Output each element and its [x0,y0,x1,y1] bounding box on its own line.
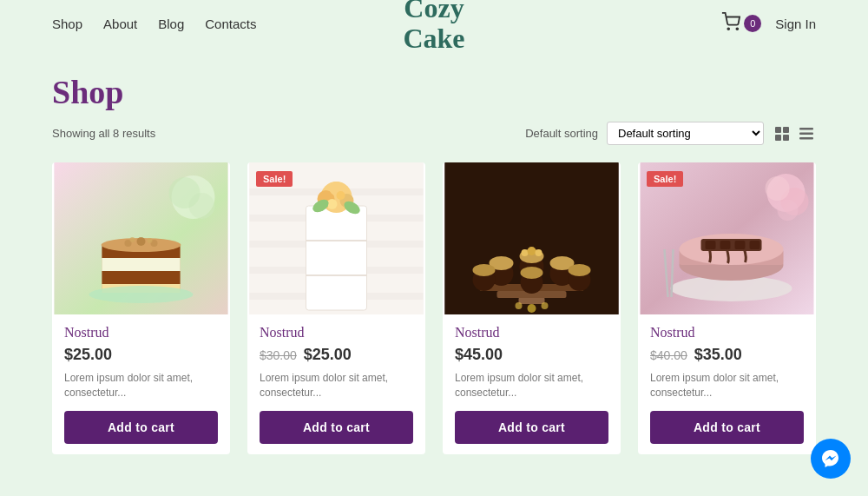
product-info: Nostrud $45.00 Lorem ipsum dolor sit ame… [443,314,621,454]
svg-rect-14 [102,271,181,284]
product-desc: Lorem ipsum dolor sit amet, consectetur.… [260,371,413,400]
svg-rect-73 [706,241,716,249]
svg-point-0 [728,28,730,30]
messenger-button[interactable] [811,439,851,479]
header-right: 0 Sign In [721,12,816,35]
svg-rect-13 [102,258,181,271]
results-count: Showing all 8 results [52,127,155,140]
product-name: Nostrud [650,325,804,341]
nav-about[interactable]: About [103,17,137,31]
price-current: $35.00 [694,346,742,364]
product-image-wrap: Sale! [638,162,816,314]
svg-rect-5 [783,135,789,141]
product-card: Sale! [247,162,425,454]
svg-rect-75 [735,241,746,249]
svg-rect-6 [799,128,813,130]
list-view-button[interactable] [797,124,816,143]
sort-controls: Default sorting Default sorting Sort by … [525,122,816,145]
price-current: $25.00 [64,346,112,364]
product-name: Nostrud [260,325,413,341]
add-to-cart-button[interactable]: Add to cart [455,411,608,444]
add-to-cart-button[interactable]: Add to cart [260,411,413,444]
svg-point-20 [130,237,135,242]
product-info: Nostrud $25.00 Lorem ipsum dolor sit ame… [52,314,230,454]
product-image-wrap [443,162,621,314]
signin-button[interactable]: Sign In [775,17,816,31]
svg-point-53 [536,249,542,256]
sale-badge: Sale! [256,171,293,187]
price-current: $45.00 [455,346,503,364]
product-desc: Lorem ipsum dolor sit amet, consectetur.… [455,371,608,400]
cart-count: 0 [744,15,761,32]
svg-rect-8 [799,137,813,140]
product-card: Sale! [638,162,816,454]
product-name: Nostrud [455,325,608,341]
svg-rect-7 [799,132,813,135]
product-info: Nostrud $40.00 $35.00 Lorem ipsum dolor … [638,314,816,454]
svg-point-21 [148,238,153,243]
svg-point-80 [778,200,799,221]
svg-point-1 [737,28,739,30]
product-desc: Lorem ipsum dolor sit amet, consectetur.… [650,371,804,400]
price-wrap: $30.00 $25.00 [260,346,413,364]
cart-icon [721,12,740,35]
results-bar: Showing all 8 results Default sorting De… [52,122,816,145]
svg-point-59 [473,264,496,276]
svg-point-65 [542,302,549,309]
svg-point-51 [522,249,529,256]
price-original: $30.00 [260,348,297,362]
grid-view-button[interactable] [773,124,792,143]
svg-point-41 [337,191,345,200]
nav-shop[interactable]: Shop [52,17,82,31]
product-name: Nostrud [64,325,218,341]
add-to-cart-button[interactable]: Add to cart [650,411,804,444]
logo-text: Cozy Cake [403,0,464,54]
nav-contacts[interactable]: Contacts [205,17,256,31]
product-desc: Lorem ipsum dolor sit amet, consectetur.… [64,371,218,400]
sort-select[interactable]: Default sorting Sort by popularity Sort … [607,122,764,145]
sale-badge: Sale! [647,171,683,187]
svg-point-64 [528,304,536,313]
price-current: $25.00 [304,346,352,364]
price-wrap: $45.00 [455,346,608,364]
product-card: Nostrud $25.00 Lorem ipsum dolor sit ame… [52,162,230,454]
svg-rect-46 [519,297,545,304]
products-grid: Nostrud $25.00 Lorem ipsum dolor sit ame… [52,162,816,454]
svg-point-25 [169,177,201,208]
product-image-wrap [52,162,230,314]
svg-point-18 [137,237,146,246]
site-logo: Cozy Cake [403,0,464,54]
price-wrap: $40.00 $35.00 [650,346,804,364]
svg-point-52 [528,247,536,255]
price-original: $40.00 [650,348,687,362]
svg-point-63 [569,264,591,276]
svg-rect-76 [750,241,760,249]
svg-point-22 [89,286,194,303]
cart-button[interactable]: 0 [721,12,761,35]
sort-label: Default sorting [525,127,598,140]
page-title: Shop [52,73,816,111]
nav-blog[interactable]: Blog [158,17,184,31]
svg-point-79 [766,176,790,201]
main-nav: Shop About Blog Contacts [52,17,256,31]
product-card: Nostrud $45.00 Lorem ipsum dolor sit ame… [443,162,621,454]
svg-rect-74 [720,241,731,249]
svg-rect-2 [775,127,781,133]
product-info: Nostrud $30.00 $25.00 Lorem ipsum dolor … [247,314,425,454]
price-wrap: $25.00 [64,346,218,364]
svg-point-66 [516,302,523,309]
svg-rect-33 [306,206,367,310]
svg-rect-3 [783,127,789,133]
add-to-cart-button[interactable]: Add to cart [64,411,218,444]
svg-rect-4 [775,135,781,141]
view-toggle [773,124,816,143]
product-image-wrap: Sale! [247,162,425,314]
svg-point-61 [521,267,543,279]
